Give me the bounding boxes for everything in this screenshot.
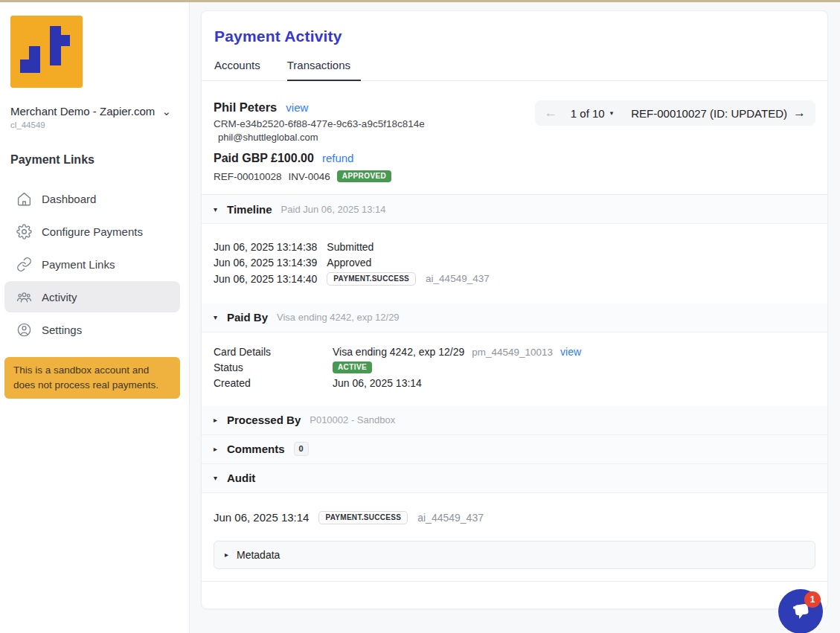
prev-record-arrow-icon[interactable]: ← (545, 106, 557, 121)
sidebar-item-label: Configure Payments (42, 225, 143, 238)
chat-fab-button[interactable]: 1 (778, 589, 823, 633)
refund-link[interactable]: refund (322, 152, 354, 164)
gear-icon (16, 224, 32, 240)
caret-right-icon: ▸ (214, 445, 227, 453)
customer-name: Phil Peters (214, 100, 277, 115)
brand-logo (10, 16, 83, 88)
transaction-summary: Phil Peters view CRM-e34b2520-6f88-477e-… (202, 81, 827, 194)
card-details-value: Visa ending 4242, exp 12/29 (333, 346, 464, 358)
audit-entry: Jun 06, 2025 13:14 PAYMENT.SUCCESS ai_44… (214, 511, 815, 524)
sidebar-item-dashboard[interactable]: Dashboard (4, 183, 180, 214)
payment-method-id: pm_44549_10013 (472, 347, 553, 358)
caret-down-icon: ▾ (214, 313, 227, 321)
audit-entry-time: Jun 06, 2025 13:14 (214, 511, 309, 524)
link-icon (16, 257, 32, 272)
sidebar: Merchant Demo - Zapier.com cl_44549 ⌄ Pa… (0, 2, 190, 633)
row-label: Card Details (214, 346, 333, 358)
section-header-processed-by[interactable]: ▸ Processed By P010002 - Sandbox (202, 406, 827, 435)
caret-down-icon: ▾ (610, 109, 614, 117)
audit-ref-id: ai_44549_437 (417, 512, 484, 524)
merchant-selector[interactable]: Merchant Demo - Zapier.com cl_44549 ⌄ (10, 104, 179, 131)
sandbox-notice: This is a sandbox account and does not p… (4, 357, 180, 399)
detail-sections: ▾ Timeline Paid Jun 06, 2025 13:14 Jun 0… (202, 194, 827, 582)
card-details-row: Card Details Visa ending 4242, exp 12/29… (214, 344, 815, 360)
comments-count-badge: 0 (294, 442, 309, 456)
row-label: Created (214, 377, 333, 389)
sidebar-item-settings[interactable]: Settings (4, 314, 180, 345)
sidebar-section-title: Payment Links (10, 153, 189, 167)
timeline-event: Jun 06, 2025 13:14:38 Submitted (214, 239, 815, 255)
page-header: Payment Activity Accounts Transactions (202, 11, 827, 81)
section-header-paid-by[interactable]: ▾ Paid By Visa ending 4242, exp 12/29 (202, 303, 827, 332)
tab-transactions[interactable]: Transactions (287, 59, 361, 80)
section-subtitle: Visa ending 4242, exp 12/29 (277, 312, 400, 323)
users-icon (16, 289, 32, 305)
caret-down-icon: ▾ (214, 474, 227, 482)
chevron-down-icon[interactable]: ⌄ (161, 107, 171, 116)
customer-email: phil@shuttleglobal.com (218, 132, 815, 143)
status-row: Status ACTIVE (214, 360, 815, 376)
section-subtitle: P010002 - Sandbox (310, 414, 395, 425)
created-value: Jun 06, 2025 13:14 (333, 377, 422, 389)
section-title: Comments (227, 443, 285, 455)
caret-down-icon: ▾ (214, 205, 227, 213)
pager-position-dropdown[interactable]: 1 of 10 ▾ (571, 107, 613, 120)
record-pager: ← 1 of 10 ▾ REF-00010027 (ID: UPDATED) → (535, 100, 815, 126)
timeline-body: Jun 06, 2025 13:14:38 Submitted Jun 06, … (202, 224, 827, 303)
row-label: Status (214, 362, 333, 373)
audit-body: Jun 06, 2025 13:14 PAYMENT.SUCCESS ai_44… (202, 493, 827, 581)
section-header-audit[interactable]: ▾ Audit (202, 464, 827, 493)
main-content-card: Payment Activity Accounts Transactions P… (201, 10, 828, 609)
payment-method-view-link[interactable]: view (560, 346, 581, 358)
paid-amount: Paid GBP £100.00 (214, 152, 314, 165)
merchant-name: Merchant Demo - Zapier.com (10, 104, 161, 119)
customer-view-link[interactable]: view (286, 101, 308, 114)
next-record-label: REF-00010027 (ID: UPDATED) (631, 107, 787, 120)
page-title: Payment Activity (214, 28, 815, 45)
section-title: Audit (227, 472, 255, 484)
top-accent-bar (0, 0, 840, 2)
tab-bar: Accounts Transactions (214, 59, 815, 80)
event-label: Approved (327, 257, 371, 269)
section-header-comments[interactable]: ▸ Comments 0 (202, 435, 827, 464)
event-ref-id: ai_44549_437 (426, 273, 490, 284)
chat-unread-badge: 1 (804, 591, 821, 608)
sidebar-item-configure-payments[interactable]: Configure Payments (4, 216, 180, 247)
pager-position-text: 1 of 10 (571, 107, 605, 120)
tab-accounts[interactable]: Accounts (214, 59, 271, 80)
metadata-label: Metadata (237, 549, 280, 561)
payment-method-status-badge: ACTIVE (333, 362, 372, 373)
section-title: Processed By (227, 414, 301, 426)
sidebar-item-label: Payment Links (42, 258, 115, 271)
event-time: Jun 06, 2025 13:14:38 (214, 241, 317, 253)
sidebar-item-label: Settings (42, 324, 82, 336)
metadata-expander[interactable]: ▸ Metadata (214, 541, 815, 569)
transaction-invoice: INV-0046 (289, 171, 330, 182)
timeline-event: Jun 06, 2025 13:14:40 PAYMENT.SUCCESS ai… (214, 271, 815, 287)
next-record-arrow-icon[interactable]: → (793, 106, 806, 121)
audit-event-badge: PAYMENT.SUCCESS (318, 511, 408, 524)
caret-right-icon: ▸ (225, 550, 237, 559)
section-header-timeline[interactable]: ▾ Timeline Paid Jun 06, 2025 13:14 (202, 195, 827, 224)
sidebar-item-payment-links[interactable]: Payment Links (4, 248, 180, 280)
caret-right-icon: ▸ (214, 416, 227, 424)
brand-logo-icon (10, 16, 83, 88)
created-row: Created Jun 06, 2025 13:14 (214, 376, 815, 391)
section-title: Timeline (227, 203, 272, 216)
user-circle-icon (16, 322, 32, 338)
event-time: Jun 06, 2025 13:14:39 (214, 257, 317, 269)
sidebar-item-label: Activity (42, 291, 77, 303)
event-time: Jun 06, 2025 13:14:40 (214, 273, 317, 285)
timeline-event: Jun 06, 2025 13:14:39 Approved (214, 255, 815, 271)
section-title: Paid By (227, 311, 268, 324)
paid-by-body: Card Details Visa ending 4242, exp 12/29… (202, 332, 827, 406)
status-badge: APPROVED (337, 170, 391, 182)
event-type-badge: PAYMENT.SUCCESS (327, 272, 416, 286)
sidebar-nav: Dashboard Configure Payments Payment Lin… (0, 183, 189, 345)
home-icon (16, 191, 32, 207)
event-label: Submitted (327, 241, 373, 253)
section-subtitle: Paid Jun 06, 2025 13:14 (281, 204, 386, 215)
sidebar-item-activity[interactable]: Activity (4, 281, 180, 312)
merchant-id: cl_44549 (10, 119, 161, 131)
sidebar-item-label: Dashboard (42, 193, 96, 205)
